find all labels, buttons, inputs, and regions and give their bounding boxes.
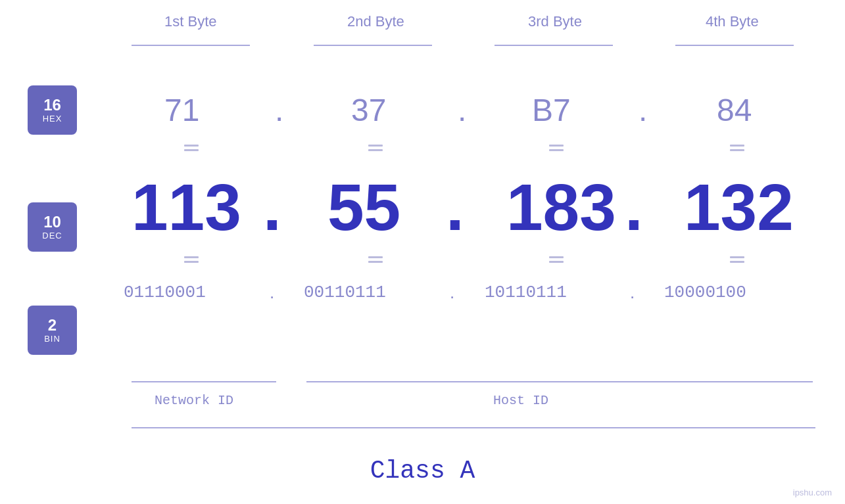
hex-badge-num: 16 [43,97,61,114]
equals-dec-bin-4 [730,256,744,263]
eq-line [730,145,744,147]
equals-hex-dec-3 [549,145,564,151]
bin-byte-2: 00110111 [304,283,386,302]
dec-byte-2: 55 [327,174,400,240]
hex-badge: 16 HEX [28,85,77,135]
bin-dot-1: . [270,283,274,303]
hex-byte-4: 84 [717,92,752,128]
dec-dot-3: . [625,174,643,240]
eq-line [184,256,199,258]
top-bracket-4 [675,45,794,46]
page: 1st Byte 2nd Byte 3rd Byte 4th Byte 16 H… [0,0,845,504]
eq-line [184,145,199,147]
dec-badge-num: 10 [43,214,61,231]
top-bracket-3 [495,45,613,46]
eq-line [549,149,564,151]
eq-line [368,261,383,263]
eq-line [730,149,744,151]
equals-hex-dec-1 [184,145,199,151]
dec-dot-2: . [446,174,464,240]
dec-badge: 10 DEC [28,202,77,252]
bin-badge-name: BIN [44,334,60,344]
bin-dot-2: . [450,283,454,303]
eq-line [549,261,564,263]
equals-dec-bin-1 [184,256,199,263]
dec-byte-1: 113 [132,174,241,240]
hex-byte-2: 37 [351,92,386,128]
eq-line [368,149,383,151]
eq-line [549,256,564,258]
equals-dec-bin-3 [549,256,564,263]
byte-label-2: 2nd Byte [347,13,404,30]
network-id-bracket [132,381,276,382]
equals-hex-dec-2 [368,145,383,151]
bin-byte-1: 01110001 [124,283,206,302]
byte-label-1: 1st Byte [164,13,216,30]
overall-bracket [132,427,815,428]
host-id-bracket [306,381,813,382]
dec-badge-name: DEC [42,231,62,241]
hex-dot-3: . [639,92,647,128]
equals-hex-dec-4 [730,145,744,151]
top-bracket-2 [314,45,432,46]
bin-dot-3: . [630,283,635,303]
eq-line [730,261,744,263]
equals-dec-bin-2 [368,256,383,263]
hex-byte-3: B7 [532,92,571,128]
eq-line [184,261,199,263]
dec-byte-3: 183 [506,174,616,240]
bin-byte-4: 10000100 [664,283,746,302]
eq-line [368,256,383,258]
hex-byte-1: 71 [164,92,199,128]
hex-dot-2: . [458,92,466,128]
dec-byte-4: 132 [684,174,794,240]
bin-badge: 2 BIN [28,306,77,355]
network-id-label: Network ID [155,393,233,408]
eq-line [368,145,383,147]
class-label: Class A [0,457,845,485]
top-bracket-1 [132,45,250,46]
bin-badge-num: 2 [48,317,57,334]
host-id-label: Host ID [493,393,548,408]
eq-line [730,256,744,258]
eq-line [549,145,564,147]
hex-badge-name: HEX [43,114,62,124]
bin-byte-3: 10110111 [485,283,567,302]
byte-label-4: 4th Byte [706,13,759,30]
hex-dot-1: . [275,92,283,128]
byte-label-3: 3rd Byte [528,13,582,30]
eq-line [184,149,199,151]
dec-dot-1: . [263,174,281,240]
watermark: ipshu.com [793,488,832,497]
